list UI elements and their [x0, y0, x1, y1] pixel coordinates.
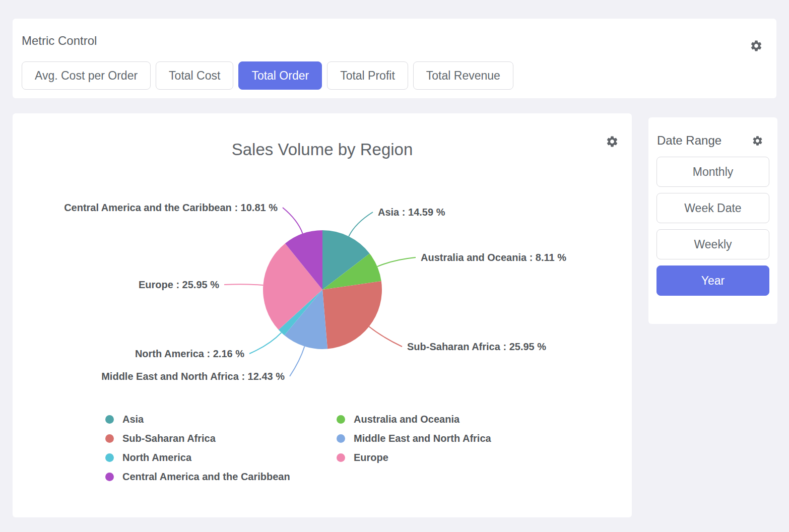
pie-label-australia-and-oceania: Australia and Oceania : 8.11 % — [421, 252, 566, 263]
legend-item-asia[interactable]: Asia — [105, 410, 337, 429]
metric-button-total-profit[interactable]: Total Profit — [327, 61, 408, 90]
pie-label-europe: Europe : 25.95 % — [139, 279, 219, 290]
label-line-central-america-and-the-caribbean — [283, 208, 303, 234]
legend-item-sub-saharan-africa[interactable]: Sub-Saharan Africa — [105, 429, 337, 448]
pie-slice-sub-saharan-africa[interactable] — [322, 281, 382, 349]
gear-icon[interactable] — [606, 135, 619, 148]
pie-label-middle-east-and-north-africa: Middle East and North Africa : 12.43 % — [101, 371, 285, 382]
pie-label-north-america: North America : 2.16 % — [135, 348, 244, 359]
date-range-button-year[interactable]: Year — [656, 265, 769, 296]
gear-icon[interactable] — [752, 135, 763, 147]
gear-icon[interactable] — [750, 39, 763, 52]
chart-legend: AsiaAustralia and OceaniaSub-Saharan Afr… — [105, 410, 491, 486]
date-range-title: Date Range — [657, 134, 721, 148]
metric-button-row: Avg. Cost per OrderTotal CostTotal Order… — [22, 61, 513, 90]
legend-dot — [105, 473, 114, 481]
legend-dot — [337, 415, 345, 424]
date-range-button-weekly[interactable]: Weekly — [656, 229, 769, 259]
legend-label: Middle East and North Africa — [354, 433, 491, 444]
pie-label-central-america-and-the-caribbean: Central America and the Caribbean : 10.8… — [64, 202, 278, 213]
label-line-sub-saharan-africa — [369, 326, 402, 347]
label-line-north-america — [249, 332, 281, 354]
legend-label: Sub-Saharan Africa — [122, 433, 216, 444]
label-line-asia — [349, 212, 373, 236]
pie-label-sub-saharan-africa: Sub-Saharan Africa : 25.95 % — [407, 341, 546, 352]
legend-dot — [337, 434, 345, 443]
legend-dot — [105, 453, 114, 462]
metric-button-total-revenue[interactable]: Total Revenue — [413, 61, 513, 90]
pie-label-asia: Asia : 14.59 % — [378, 207, 445, 218]
legend-item-north-america[interactable]: North America — [105, 448, 337, 467]
legend-item-europe[interactable]: Europe — [337, 448, 491, 467]
legend-dot — [337, 453, 345, 462]
legend-label: Europe — [354, 452, 388, 463]
date-range-button-monthly[interactable]: Monthly — [656, 157, 769, 187]
metric-control-title: Metric Control — [22, 34, 97, 48]
label-line-australia-and-oceania — [377, 257, 416, 267]
metric-button-total-cost[interactable]: Total Cost — [156, 61, 233, 90]
legend-dot — [105, 415, 114, 424]
legend-label: North America — [122, 452, 191, 463]
label-line-europe — [224, 284, 263, 285]
chart-title: Sales Volume by Region — [13, 140, 632, 159]
metric-button-total-order[interactable]: Total Order — [238, 61, 322, 90]
metric-button-avg-cost-per-order[interactable]: Avg. Cost per Order — [22, 61, 151, 90]
legend-label: Australia and Oceania — [354, 414, 459, 425]
legend-label: Central America and the Caribbean — [122, 471, 290, 483]
legend-item-australia-and-oceania[interactable]: Australia and Oceania — [337, 410, 491, 429]
date-range-button-list: MonthlyWeek DateWeeklyYear — [656, 157, 769, 296]
legend-item-middle-east-and-north-africa[interactable]: Middle East and North Africa — [337, 429, 491, 448]
sales-volume-panel: Sales Volume by Region Asia : 14.59 %Aus… — [13, 113, 632, 517]
label-line-middle-east-and-north-africa — [290, 347, 304, 376]
pie-chart: Asia : 14.59 %Australia and Oceania : 8.… — [13, 171, 632, 408]
dashboard-page: { "metric_control": { "title": "Metric C… — [0, 0, 789, 532]
date-range-panel: Date Range MonthlyWeek DateWeeklyYear — [648, 117, 777, 324]
legend-dot — [105, 434, 114, 443]
metric-control-panel: Metric Control Avg. Cost per OrderTotal … — [13, 19, 776, 98]
legend-label: Asia — [122, 414, 144, 425]
date-range-button-week-date[interactable]: Week Date — [656, 193, 769, 223]
legend-item-central-america-and-the-caribbean[interactable]: Central America and the Caribbean — [105, 467, 337, 486]
